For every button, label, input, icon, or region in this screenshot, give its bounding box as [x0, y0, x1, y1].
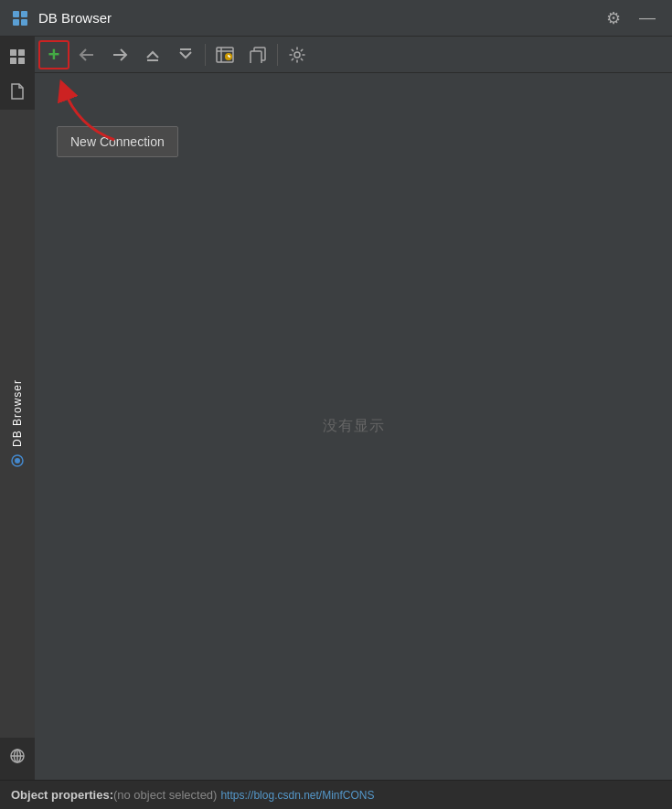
main-content: 没有显示: [35, 73, 672, 780]
sidebar-item-file[interactable]: [1, 75, 34, 108]
settings-title-btn[interactable]: ⚙: [601, 6, 626, 30]
toolbar-settings-button[interactable]: [282, 40, 313, 69]
app-title: DB Browser: [38, 10, 112, 26]
plus-icon: +: [48, 43, 60, 67]
sidebar-item-grid[interactable]: [1, 40, 34, 73]
back-button[interactable]: [71, 40, 102, 69]
db-browser-tab-label: DB Browser: [11, 379, 24, 447]
minimize-btn[interactable]: —: [634, 6, 661, 29]
filter-button[interactable]: [170, 40, 201, 69]
status-label: Object properties:: [11, 788, 113, 802]
svg-rect-7: [18, 58, 25, 64]
refresh-button[interactable]: [209, 40, 240, 69]
separator-2: [277, 44, 278, 66]
sidebar-item-globe[interactable]: [1, 740, 34, 772]
status-url[interactable]: https://blog.csdn.net/MinfCONS: [220, 789, 374, 802]
svg-rect-5: [18, 49, 25, 56]
tooltip-text: New Connection: [70, 134, 165, 149]
sidebar-item-db-browser[interactable]: DB Browser: [0, 110, 35, 738]
new-connection-tooltip: New Connection: [57, 126, 178, 157]
empty-state-text: 没有显示: [323, 417, 385, 436]
svg-rect-1: [21, 11, 27, 17]
app-icon: [11, 9, 29, 27]
sidebar: DB Browser: [0, 37, 35, 780]
forward-button[interactable]: [104, 40, 135, 69]
svg-rect-3: [21, 19, 27, 26]
toolbar: +: [35, 37, 672, 73]
svg-point-9: [15, 459, 20, 464]
status-no-selection: (no object selected): [113, 788, 217, 802]
copy-button[interactable]: [242, 40, 273, 69]
status-bar: Object properties: (no object selected) …: [0, 780, 672, 809]
svg-rect-4: [10, 49, 16, 56]
separator-1: [205, 44, 206, 66]
svg-point-26: [294, 52, 300, 58]
title-bar-controls: ⚙ —: [601, 6, 661, 30]
add-connection-button[interactable]: +: [38, 40, 69, 69]
collapse-up-button[interactable]: [137, 40, 168, 69]
title-bar: DB Browser ⚙ —: [0, 0, 672, 37]
svg-rect-0: [13, 11, 19, 17]
svg-rect-6: [10, 58, 16, 64]
svg-rect-25: [251, 51, 261, 63]
svg-rect-2: [13, 19, 19, 26]
title-bar-left: DB Browser: [11, 9, 112, 27]
